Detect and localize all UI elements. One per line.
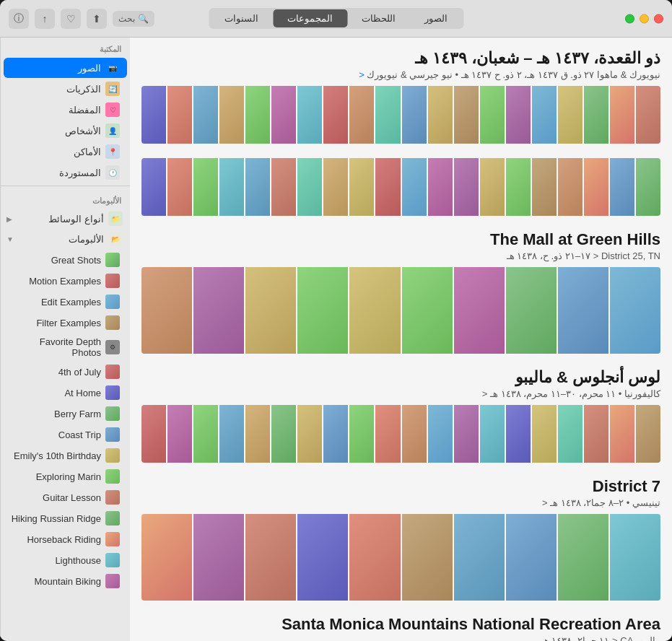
photo-cell[interactable] — [558, 158, 582, 216]
photo-cell[interactable] — [141, 86, 166, 144]
photo-cell[interactable] — [480, 158, 505, 216]
photo-cell[interactable] — [506, 405, 531, 463]
fullscreen-button[interactable] — [625, 14, 634, 23]
photo-cell[interactable] — [141, 514, 192, 601]
photo-cell[interactable] — [323, 86, 348, 144]
photo-cell[interactable] — [193, 514, 244, 601]
photo-cell[interactable] — [297, 158, 322, 216]
photo-cell[interactable] — [402, 405, 427, 463]
sidebar-item-people[interactable]: 👤 الأشخاص — [4, 121, 127, 141]
search-button[interactable]: 🔍 بحث — [113, 11, 154, 27]
sidebar-album-emilys[interactable]: Emily's 10th Birthday — [4, 445, 127, 466]
photo-cell[interactable] — [297, 267, 348, 354]
photo-cell[interactable] — [532, 405, 557, 463]
photo-cell[interactable] — [532, 86, 557, 144]
photo-cell[interactable] — [141, 405, 166, 463]
photo-cell[interactable] — [245, 86, 270, 144]
heart-button[interactable]: ♡ — [61, 9, 81, 29]
photo-cell[interactable] — [454, 514, 505, 601]
photo-cell[interactable] — [323, 158, 348, 216]
photo-cell[interactable] — [375, 86, 400, 144]
sidebar-album-mountain[interactable]: Mountain Biking — [4, 571, 127, 591]
photo-cell[interactable] — [141, 158, 166, 216]
photo-cell[interactable] — [323, 405, 348, 463]
photo-cell[interactable] — [454, 158, 479, 216]
sidebar-item-imported[interactable]: 🕐 المستوردة — [4, 162, 127, 183]
photo-cell[interactable] — [610, 86, 634, 144]
photo-cell[interactable] — [480, 405, 505, 463]
tab-collections[interactable]: المجموعات — [273, 9, 347, 27]
info-button[interactable]: ⓘ — [9, 9, 29, 29]
photo-cell[interactable] — [584, 158, 608, 216]
photo-cell[interactable] — [610, 405, 634, 463]
share-button[interactable]: ⬆ — [87, 9, 107, 29]
photo-cell[interactable] — [271, 86, 296, 144]
sidebar-album-hiking[interactable]: Hiking Russian Ridge — [4, 508, 127, 528]
sidebar-item-photos[interactable]: 📷 الصور — [4, 58, 127, 78]
photo-cell[interactable] — [375, 158, 400, 216]
photo-cell[interactable] — [193, 405, 218, 463]
upload-button[interactable]: ↑ — [35, 9, 55, 29]
sidebar-album-favorite-depth[interactable]: ⚙ Favorite Depth Photos — [4, 333, 127, 361]
sidebar-album-coast[interactable]: Coast Trip — [4, 424, 127, 445]
photo-cell[interactable] — [193, 86, 218, 144]
sidebar-item-favorites[interactable]: ♡ المفضلة — [4, 100, 127, 120]
photo-cell[interactable] — [245, 158, 270, 216]
tab-photos[interactable]: الصور — [410, 9, 462, 27]
photo-cell[interactable] — [428, 405, 453, 463]
photo-cell[interactable] — [636, 158, 660, 216]
photo-cell[interactable] — [219, 158, 244, 216]
tab-moments[interactable]: اللحظات — [347, 9, 410, 27]
sidebar-album-berry-farm[interactable]: Berry Farm — [4, 404, 127, 424]
photo-cell[interactable] — [610, 158, 634, 216]
photo-cell[interactable] — [506, 86, 531, 144]
photo-cell[interactable] — [349, 86, 374, 144]
photo-cell[interactable] — [402, 514, 453, 601]
photo-cell[interactable] — [636, 405, 660, 463]
photo-cell[interactable] — [506, 267, 557, 354]
sidebar-album-exploring[interactable]: Exploring Marin — [4, 466, 127, 487]
photo-cell[interactable] — [506, 514, 557, 601]
media-types-row[interactable]: 📁 أنواع الوسائط ▶ — [1, 209, 130, 229]
photo-cell[interactable] — [402, 158, 427, 216]
photo-cell[interactable] — [167, 158, 192, 216]
photo-cell[interactable] — [584, 405, 608, 463]
photo-cell[interactable] — [506, 158, 531, 216]
photo-cell[interactable] — [454, 267, 505, 354]
sidebar-album-great-shots[interactable]: Great Shots — [4, 250, 127, 270]
photo-cell[interactable] — [349, 158, 374, 216]
photo-cell[interactable] — [245, 514, 296, 601]
photo-cell[interactable] — [297, 86, 322, 144]
photo-cell[interactable] — [402, 267, 453, 354]
photo-cell[interactable] — [375, 405, 400, 463]
sidebar-album-horseback[interactable]: Horseback Riding — [4, 529, 127, 549]
photo-cell[interactable] — [219, 86, 244, 144]
photo-cell[interactable] — [402, 86, 427, 144]
sidebar-album-motion[interactable]: Motion Examples — [4, 271, 127, 291]
photo-cell[interactable] — [558, 86, 582, 144]
sidebar-album-lighthouse[interactable]: Lighthouse — [4, 550, 127, 570]
photo-cell[interactable] — [610, 514, 660, 601]
photo-cell[interactable] — [271, 405, 296, 463]
photo-cell[interactable] — [245, 267, 296, 354]
sidebar-album-guitar[interactable]: Guitar Lesson — [4, 487, 127, 507]
photo-cell[interactable] — [297, 405, 322, 463]
sidebar-album-filter[interactable]: Filter Examples — [4, 313, 127, 333]
main-photos-area[interactable]: ذو القعدة، ١٤٣٧ هـ – شعبان، ١٤٣٩ هـ نيوي… — [130, 38, 672, 641]
albums-row[interactable]: 📂 الألبومات ▼ — [1, 229, 130, 249]
photo-cell[interactable] — [193, 158, 218, 216]
tab-years[interactable]: السنوات — [210, 9, 273, 27]
sidebar-item-memories[interactable]: 🔄 الذكريات — [4, 79, 127, 99]
sidebar-album-4th-july[interactable]: 4th of July — [4, 362, 127, 382]
sidebar-item-places[interactable]: 📍 الأماكن — [4, 141, 127, 162]
sidebar-album-edit[interactable]: Edit Examples — [4, 292, 127, 312]
photo-cell[interactable] — [532, 158, 557, 216]
photo-cell[interactable] — [610, 267, 660, 354]
photo-cell[interactable] — [454, 86, 479, 144]
photo-cell[interactable] — [454, 405, 479, 463]
photo-cell[interactable] — [428, 158, 453, 216]
photo-cell[interactable] — [636, 86, 660, 144]
close-button[interactable] — [654, 14, 663, 23]
photo-cell[interactable] — [558, 267, 608, 354]
photo-cell[interactable] — [141, 267, 192, 354]
